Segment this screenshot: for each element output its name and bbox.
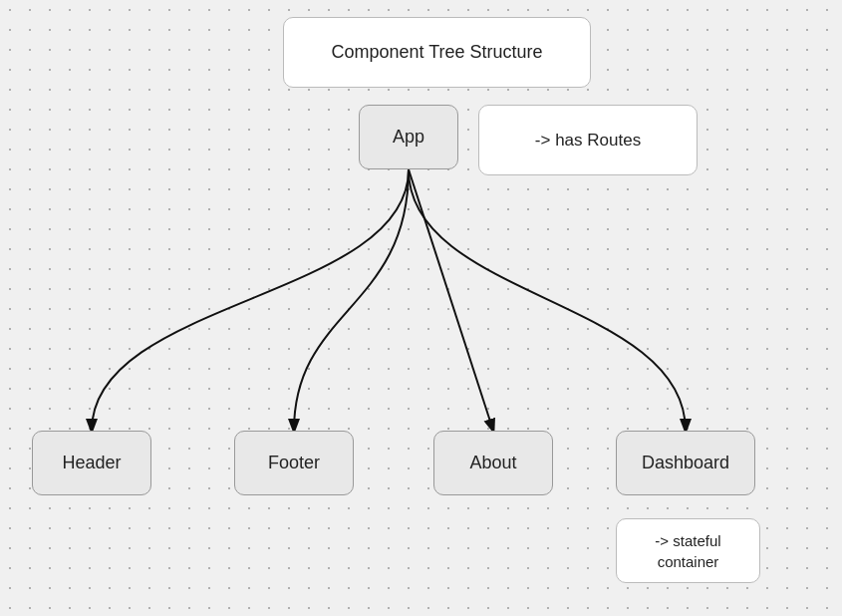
annotation-routes: -> has Routes [478, 105, 698, 175]
node-header[interactable]: Header [32, 431, 151, 495]
annotation-routes-label: -> has Routes [535, 131, 641, 151]
node-header-label: Header [62, 453, 121, 473]
annotation-stateful-label: -> stateful container [623, 530, 753, 572]
node-footer-label: Footer [268, 453, 320, 473]
node-app[interactable]: App [359, 105, 458, 169]
node-footer[interactable]: Footer [234, 431, 354, 495]
node-about-label: About [469, 453, 516, 473]
diagram-container: Component Tree Structure App -> has Rout… [0, 0, 842, 616]
title-box: Component Tree Structure [283, 17, 591, 88]
node-dashboard-label: Dashboard [642, 453, 729, 473]
node-app-label: App [393, 127, 424, 148]
annotation-stateful: -> stateful container [616, 518, 760, 583]
node-about[interactable]: About [433, 431, 553, 495]
node-dashboard[interactable]: Dashboard [616, 431, 755, 495]
title-label: Component Tree Structure [331, 42, 542, 63]
